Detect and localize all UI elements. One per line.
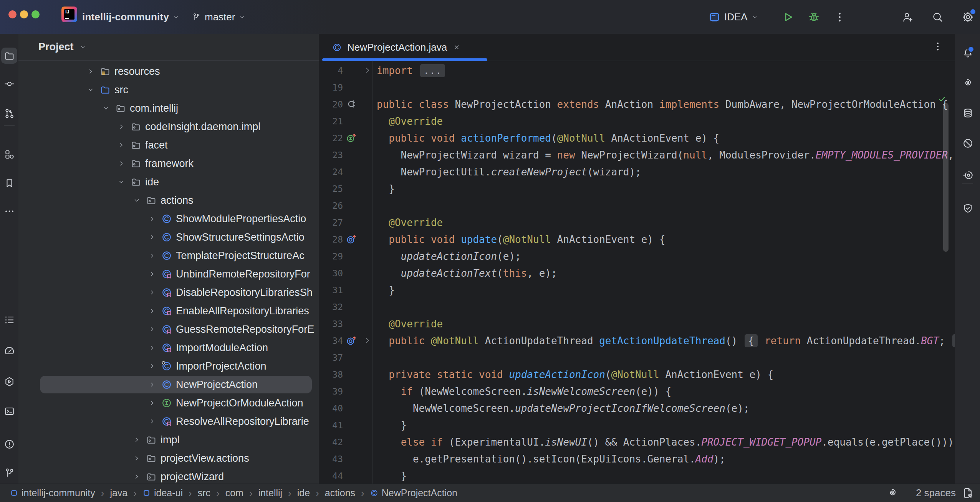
- tool-window-button-dependencies[interactable]: [960, 200, 976, 216]
- tool-window-button-bookmarks[interactable]: [1, 175, 17, 191]
- tree-item-importmoduleaction[interactable]: ImportModuleAction: [18, 339, 319, 357]
- editor-more-icon[interactable]: [932, 41, 944, 54]
- tool-window-button-more-tool-windows[interactable]: [1, 203, 17, 219]
- gutter-implements-icon[interactable]: [346, 132, 358, 145]
- tool-window-button-notifications[interactable]: [960, 45, 976, 61]
- ai-swirl-icon[interactable]: [887, 487, 898, 499]
- gutter-subclassed-icon[interactable]: [346, 98, 358, 111]
- code-line-37: 37: [319, 349, 955, 366]
- tree-expand-chevron[interactable]: [148, 265, 156, 283]
- tree-item-ide[interactable]: ide: [18, 173, 319, 191]
- tree-item-impl[interactable]: impl: [18, 431, 319, 449]
- tree-item-showmodulepropertiesactio[interactable]: ShowModulePropertiesActio: [18, 210, 319, 228]
- tree-expand-chevron[interactable]: [118, 154, 125, 173]
- tree-expand-chevron[interactable]: [148, 357, 156, 375]
- run-button[interactable]: [779, 8, 796, 25]
- tool-window-button-coverage[interactable]: [960, 135, 976, 151]
- tree-expand-chevron[interactable]: [148, 246, 156, 265]
- tree-item-unbindremoterepositoryfor[interactable]: UnbindRemoteRepositoryFor: [18, 265, 319, 283]
- breadcrumb-item-com[interactable]: com: [225, 487, 243, 499]
- tree-expand-chevron[interactable]: [148, 302, 156, 320]
- tree-expand-chevron[interactable]: [148, 394, 156, 412]
- tree-item-disablerepositorylibrariessh[interactable]: DisableRepositoryLibrariesSh: [18, 283, 319, 302]
- fold-chevron-icon[interactable]: [363, 66, 372, 76]
- breadcrumb-item-src[interactable]: src: [198, 487, 210, 499]
- tree-item-showstructuresettingsactio[interactable]: ShowStructureSettingsActio: [18, 228, 319, 246]
- tree-item-resolveallrepositorylibrarie[interactable]: ResolveAllRepositoryLibrarie: [18, 412, 319, 431]
- tree-expand-chevron[interactable]: [148, 210, 156, 228]
- gutter-overrides-icon[interactable]: [346, 233, 358, 246]
- tree-expand-chevron[interactable]: [148, 375, 156, 394]
- tree-expand-chevron[interactable]: [148, 339, 156, 357]
- tree-expand-chevron[interactable]: [133, 467, 141, 484]
- tree-expand-chevron[interactable]: [133, 431, 141, 449]
- tree-item-com-intellij[interactable]: com.intellij: [18, 99, 319, 117]
- tool-window-button-services[interactable]: [1, 373, 17, 390]
- close-window-button[interactable]: [8, 10, 17, 18]
- tree-item-projectview-actions[interactable]: projectView.actions: [18, 449, 319, 467]
- search-everywhere-button[interactable]: [929, 8, 946, 25]
- tab-newprojectaction-java[interactable]: NewProjectAction.java: [322, 34, 471, 61]
- project-selector[interactable]: intellij-community: [82, 0, 179, 34]
- tool-window-button-terminal[interactable]: [1, 403, 17, 419]
- tree-expand-chevron[interactable]: [118, 117, 125, 136]
- tree-expand-chevron[interactable]: [133, 449, 141, 467]
- tree-expand-chevron[interactable]: [148, 283, 156, 302]
- breadcrumb-item-java[interactable]: java: [110, 487, 127, 499]
- tree-item-projectwizard[interactable]: projectWizard: [18, 467, 319, 484]
- fold-chevron-icon[interactable]: [363, 336, 372, 347]
- zoom-window-button[interactable]: [31, 10, 40, 18]
- tree-expand-chevron[interactable]: [118, 173, 125, 191]
- code-with-me-button[interactable]: [899, 8, 916, 25]
- tree-item-guessremoterepositoryfore[interactable]: GuessRemoteRepositoryForE: [18, 320, 319, 339]
- tool-window-button-problems[interactable]: [1, 436, 17, 452]
- tree-expand-chevron[interactable]: [87, 62, 94, 81]
- tool-window-button-database[interactable]: [960, 105, 976, 121]
- tree-item-enableallrepositorylibraries[interactable]: EnableAllRepositoryLibraries: [18, 302, 319, 320]
- tool-window-button-endpoints[interactable]: [960, 167, 976, 183]
- breadcrumb-item-newprojectaction[interactable]: NewProjectAction: [370, 487, 457, 499]
- tree-expand-chevron[interactable]: [102, 99, 110, 117]
- settings-button[interactable]: [959, 8, 976, 25]
- editor-scrollbar[interactable]: [943, 103, 949, 252]
- tree-item-resources[interactable]: resources: [18, 62, 319, 81]
- debug-button[interactable]: [805, 8, 822, 25]
- tool-window-button-structure[interactable]: [1, 146, 17, 162]
- tree-expand-chevron[interactable]: [148, 228, 156, 246]
- tree-item-facet[interactable]: facet: [18, 136, 319, 154]
- breadcrumb-item-idea-ui[interactable]: idea-ui: [142, 487, 183, 499]
- tool-window-button-profiler[interactable]: [1, 343, 17, 359]
- breadcrumb-item-intellij[interactable]: intellij: [258, 487, 283, 499]
- tool-window-button-todo[interactable]: [1, 312, 17, 328]
- tree-item-importprojectaction[interactable]: ImportProjectAction: [18, 357, 319, 375]
- breadcrumb-item-intellij-community[interactable]: intellij-community: [10, 487, 95, 499]
- tree-expand-chevron[interactable]: [148, 412, 156, 431]
- tool-window-button-git[interactable]: [1, 465, 17, 481]
- tree-item-templateprojectstructureac[interactable]: TemplateProjectStructureAc: [18, 246, 319, 265]
- close-icon[interactable]: [452, 43, 461, 51]
- tool-window-button-project[interactable]: [1, 48, 17, 64]
- breadcrumb-item-actions[interactable]: actions: [325, 487, 355, 499]
- file-settings-icon[interactable]: [961, 487, 974, 499]
- more-actions-button[interactable]: [831, 8, 848, 25]
- tree-item-actions[interactable]: actions: [18, 191, 319, 210]
- vcs-branch-widget[interactable]: master: [192, 0, 245, 34]
- tree-item-newprojectaction[interactable]: NewProjectAction: [18, 375, 319, 394]
- gutter-overrides-icon[interactable]: [346, 335, 358, 348]
- tree-expand-chevron[interactable]: [118, 136, 125, 154]
- tree-expand-chevron[interactable]: [87, 81, 94, 99]
- tree-item-src[interactable]: src: [18, 81, 319, 99]
- tool-window-button-pull-requests[interactable]: [1, 105, 17, 121]
- project-panel-header[interactable]: Project: [18, 34, 319, 61]
- tool-window-button-commit[interactable]: [1, 76, 17, 92]
- tool-window-button-ai-assistant[interactable]: [960, 75, 976, 91]
- run-configuration-widget[interactable]: IDEA: [709, 0, 758, 34]
- tree-expand-chevron[interactable]: [148, 320, 156, 339]
- tree-item-newprojectormoduleaction[interactable]: NewProjectOrModuleAction: [18, 394, 319, 412]
- minimize-window-button[interactable]: [20, 10, 28, 18]
- indent-widget[interactable]: 2 spaces: [916, 487, 956, 499]
- breadcrumb-item-ide[interactable]: ide: [297, 487, 310, 499]
- tree-item-framework[interactable]: framework: [18, 154, 319, 173]
- tree-item-codeinsight-daemon-impl[interactable]: codeInsight.daemon.impl: [18, 117, 319, 136]
- tree-expand-chevron[interactable]: [133, 191, 141, 210]
